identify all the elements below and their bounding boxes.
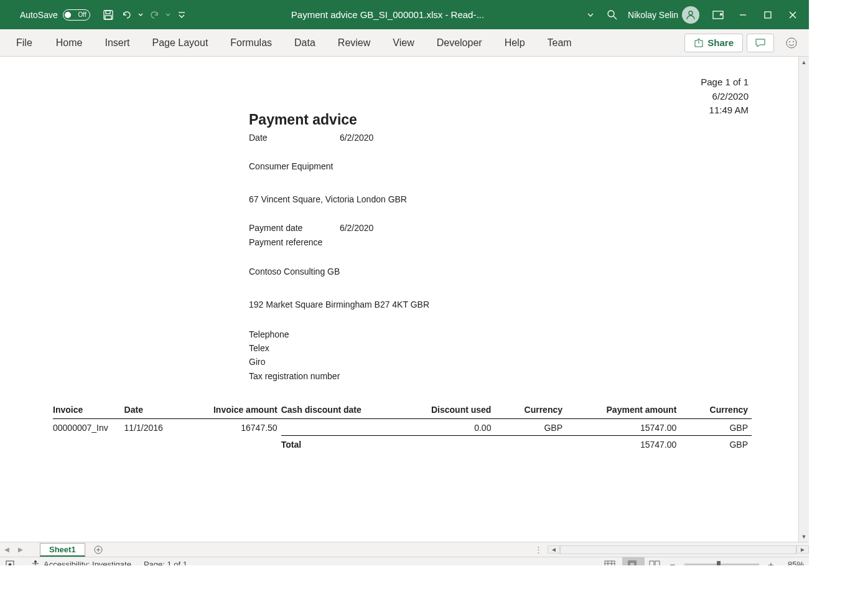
giro-label: Giro [249, 357, 265, 367]
th-date: Date [124, 402, 182, 419]
tab-view[interactable]: View [381, 29, 425, 57]
hscroll-track[interactable] [560, 545, 796, 554]
telephone-label: Telephone [249, 329, 289, 339]
maximize-icon[interactable] [755, 0, 780, 29]
autosave-label: AutoSave [20, 10, 58, 20]
vertical-scrollbar[interactable]: ▲ ▼ [798, 57, 809, 542]
view-normal-icon[interactable] [600, 557, 622, 565]
cell-currency2: GBP [680, 419, 752, 436]
zoom-level[interactable]: 85% [777, 560, 804, 565]
undo-icon[interactable] [118, 0, 136, 29]
save-icon[interactable] [99, 0, 118, 29]
redo-icon[interactable] [145, 0, 164, 29]
page-date: 6/2/2020 [701, 90, 749, 104]
taxreg-label: Tax registration number [249, 371, 340, 381]
tab-review[interactable]: Review [327, 29, 381, 57]
cell-date: 11/1/2016 [124, 419, 182, 436]
minimize-icon[interactable] [730, 0, 755, 29]
svg-point-13 [790, 41, 790, 42]
hscroll-left-icon[interactable]: ◄ [548, 545, 560, 554]
th-invoice: Invoice [53, 402, 124, 419]
total-label: Total [281, 436, 395, 453]
vendor-address: 67 Vincent Square, Victoria London GBR [249, 194, 407, 204]
status-bar: Accessibility: Investigate Page: 1 of 1 … [0, 557, 809, 565]
hscroll-right-icon[interactable]: ► [796, 545, 809, 554]
table-total-row: Total 15747.00 GBP [53, 436, 752, 453]
page-number: Page 1 of 1 [701, 75, 749, 90]
cell-invoice: 00000007_Inv [53, 419, 124, 436]
customize-qat-icon[interactable] [172, 0, 191, 29]
payment-date-label: Payment date [249, 223, 337, 233]
tab-team[interactable]: Team [536, 29, 583, 57]
zoom-out-icon[interactable]: − [667, 559, 678, 565]
table-header-row: Invoice Date Invoice amount Cash discoun… [53, 402, 752, 419]
company-address: 192 Market Square Birmingham B27 4KT GBR [249, 300, 429, 309]
sheet-nav-next-icon[interactable]: ► [14, 545, 27, 554]
autosave-state: Off [78, 11, 86, 18]
redo-dropdown-icon[interactable] [164, 0, 172, 29]
zoom-slider[interactable] [684, 564, 759, 566]
search-icon[interactable] [597, 0, 628, 29]
th-payment-amount: Payment amount [566, 402, 680, 419]
autosave-toggle[interactable]: Off [63, 9, 90, 21]
ribbon-display-icon[interactable] [706, 0, 730, 29]
undo-dropdown-icon[interactable] [136, 0, 145, 29]
svg-rect-9 [765, 12, 771, 18]
payment-ref-label: Payment reference [249, 237, 322, 247]
svg-point-14 [793, 41, 794, 42]
cell-discount-used: 0.00 [395, 419, 495, 436]
page-content[interactable]: Page 1 of 1 6/2/2020 11:49 AM Payment ad… [6, 57, 798, 542]
add-sheet-icon[interactable] [91, 543, 105, 557]
cell-currency1: GBP [495, 419, 566, 436]
svg-point-12 [786, 38, 796, 48]
th-currency2: Currency [680, 402, 752, 419]
date-label: Date [249, 133, 337, 143]
svg-point-20 [35, 560, 37, 562]
user-avatar[interactable] [682, 6, 699, 24]
sheet-tab-sheet1[interactable]: Sheet1 [40, 543, 85, 557]
record-macro-icon[interactable] [5, 560, 18, 566]
cell-cash-discount-date [281, 419, 395, 436]
th-invoice-amount: Invoice amount [181, 402, 281, 419]
tab-data[interactable]: Data [283, 29, 327, 57]
vendor-name: Consumer Equipment [249, 161, 333, 171]
svg-rect-1 [106, 11, 110, 14]
feedback-smile-icon[interactable] [778, 34, 805, 52]
scroll-down-icon[interactable]: ▼ [799, 531, 809, 542]
tab-file[interactable]: File [4, 29, 45, 57]
horizontal-scrollbar[interactable]: ⋮ ◄ ► [534, 545, 809, 554]
title-dropdown-icon[interactable] [584, 0, 597, 29]
document-area: Page 1 of 1 6/2/2020 11:49 AM Payment ad… [0, 57, 809, 542]
tab-page-layout[interactable]: Page Layout [141, 29, 219, 57]
share-button[interactable]: Share [684, 34, 743, 52]
comments-icon[interactable] [747, 34, 774, 52]
title-bar: AutoSave Off Payment advice GB_SI_000001… [0, 0, 809, 29]
tab-home[interactable]: Home [45, 29, 94, 57]
page-time: 11:49 AM [701, 103, 749, 118]
doc-title: Payment advice [249, 111, 357, 128]
accessibility-status[interactable]: Accessibility: Investigate [30, 560, 131, 566]
page-status: Page: 1 of 1 [144, 560, 187, 565]
th-cash-discount-date: Cash discount date [281, 402, 395, 419]
sheet-nav-prev-icon[interactable]: ◄ [0, 545, 14, 554]
date-value: 6/2/2020 [340, 133, 374, 143]
svg-rect-2 [105, 16, 111, 19]
cell-invoice-amount: 16747.50 [181, 419, 281, 436]
page-header-info: Page 1 of 1 6/2/2020 11:49 AM [701, 75, 749, 118]
user-name: Nikolay Selin [628, 10, 678, 20]
zoom-in-icon[interactable]: + [765, 559, 777, 565]
scroll-up-icon[interactable]: ▲ [799, 57, 809, 67]
svg-rect-29 [655, 561, 660, 566]
tab-formulas[interactable]: Formulas [219, 29, 283, 57]
total-currency: GBP [680, 436, 752, 453]
view-page-break-icon[interactable] [645, 557, 667, 565]
tab-help[interactable]: Help [493, 29, 536, 57]
share-label: Share [707, 37, 734, 48]
table-row: 00000007_Inv 11/1/2016 16747.50 0.00 GBP… [53, 419, 752, 436]
tab-developer[interactable]: Developer [426, 29, 493, 57]
sheet-tab-bar: ◄ ► Sheet1 ⋮ ◄ ► [0, 542, 809, 557]
close-icon[interactable] [780, 0, 805, 29]
tab-insert[interactable]: Insert [93, 29, 141, 57]
svg-point-4 [608, 11, 614, 17]
view-page-layout-icon[interactable] [622, 557, 645, 565]
